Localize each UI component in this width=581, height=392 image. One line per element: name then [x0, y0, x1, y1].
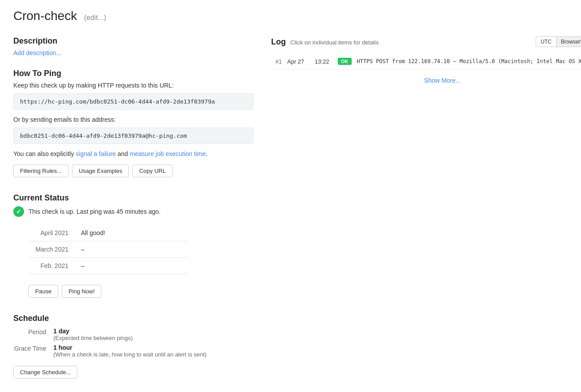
change-schedule-row: Change Schedule...: [13, 366, 253, 379]
period-label: Period: [13, 328, 53, 336]
email-address-box[interactable]: bdbc0251-dc06-4d44-afd9-2de13f03979a@hc-…: [13, 128, 253, 144]
change-schedule-button[interactable]: Change Schedule...: [13, 366, 77, 379]
monthly-table: April 2021 All good! March 2021 – Feb. 2…: [28, 225, 188, 274]
status-row: This check is up. Last ping was 45 minut…: [13, 206, 253, 217]
monthly-table-row: March 2021 –: [28, 241, 188, 258]
copy-url-button[interactable]: Copy URL: [132, 164, 172, 177]
show-more-link[interactable]: Show More...: [271, 77, 581, 84]
grace-label: Grace Time: [13, 344, 53, 352]
month-status: All good!: [77, 225, 188, 241]
email-label: Or by sending emails to this address:: [13, 116, 253, 123]
current-status-section: Current Status This check is up. Last pi…: [13, 193, 253, 298]
page-title: Cron-check (edit...): [13, 9, 568, 23]
description-title: Description: [13, 36, 253, 46]
grace-row: Grace Time 1 hour (When a check is late,…: [13, 344, 253, 358]
log-title-group: Log Click on individual items for detail…: [271, 37, 379, 47]
log-header: Log Click on individual items for detail…: [271, 36, 581, 47]
pause-button[interactable]: Pause: [28, 285, 58, 298]
edit-link[interactable]: (edit...): [84, 14, 106, 21]
schedule-section: Schedule Period 1 day (Expected time bet…: [13, 314, 253, 379]
status-text: This check is up. Last ping was 45 minut…: [28, 208, 160, 215]
monthly-table-row: Feb. 2021 –: [28, 258, 188, 274]
ping-url-box[interactable]: https://hc-ping.com/bdbc0251-dc06-4d44-a…: [13, 93, 253, 110]
current-status-title: Current Status: [13, 193, 253, 203]
log-entry-badge: OK: [338, 58, 352, 65]
right-panel: Log Click on individual items for detail…: [271, 36, 581, 379]
status-action-row: Pause Ping Now!: [28, 285, 253, 298]
signal-failure-link[interactable]: signal a failure: [76, 150, 116, 157]
month-label: March 2021: [28, 241, 77, 258]
left-panel: Description Add description... How To Pi…: [13, 36, 253, 379]
log-title: Log: [271, 37, 286, 47]
grace-value-block: 1 hour (When a check is late, how long t…: [53, 344, 207, 358]
add-description-link[interactable]: Add description...: [13, 49, 61, 56]
log-entries-container: #1 Apr 27 13:22 OK HTTPS POST from 122.1…: [271, 53, 581, 70]
schedule-table: Period 1 day (Expected time between ping…: [13, 328, 253, 358]
monthly-table-row: April 2021 All good!: [28, 225, 188, 241]
period-row: Period 1 day (Expected time between ping…: [13, 328, 253, 341]
month-label: April 2021: [28, 225, 77, 241]
browser-tz-button[interactable]: Browser's time zone: [557, 36, 581, 47]
period-value-block: 1 day (Expected time between pings): [53, 328, 132, 341]
utc-tz-button[interactable]: UTC: [536, 36, 557, 47]
timezone-buttons: UTC Browser's time zone: [536, 36, 581, 47]
filtering-rules-button[interactable]: Filtering Rules...: [13, 164, 68, 177]
measure-time-link[interactable]: measure job execution time: [130, 150, 206, 157]
log-entry[interactable]: #1 Apr 27 13:22 OK HTTPS POST from 122.1…: [271, 53, 581, 70]
usage-examples-button[interactable]: Usage Examples: [72, 164, 129, 177]
signal-text: You can also explicitly signal a failure…: [13, 150, 253, 157]
schedule-title: Schedule: [13, 314, 253, 323]
log-entry-message: HTTPS POST from 122.169.74.10 – Mozilla/…: [357, 58, 581, 64]
grace-value: 1 hour: [53, 344, 207, 351]
grace-sub: (When a check is late, how long to wait …: [53, 351, 207, 358]
description-section: Description Add description...: [13, 36, 253, 56]
log-entry-num: #1: [271, 58, 282, 65]
period-sub: (Expected time between pings): [53, 335, 132, 341]
how-to-ping-section: How To Ping Keep this check up by making…: [13, 69, 253, 177]
title-text: Cron-check: [13, 9, 77, 23]
period-value: 1 day: [53, 328, 132, 335]
how-to-ping-buttons: Filtering Rules... Usage Examples Copy U…: [13, 164, 253, 177]
log-subtitle: Click on individual items for details: [290, 39, 379, 46]
ping-now-button[interactable]: Ping Now!: [62, 285, 101, 298]
how-to-ping-subtitle: Keep this check up by making HTTP reques…: [13, 82, 253, 89]
month-status: –: [77, 241, 188, 258]
log-entry-date: Apr 27: [287, 58, 309, 65]
log-entry-time: 13:22: [315, 58, 333, 65]
status-ok-icon: [13, 206, 24, 217]
how-to-ping-title: How To Ping: [13, 69, 253, 78]
month-status: –: [77, 258, 188, 274]
month-label: Feb. 2021: [28, 258, 77, 274]
